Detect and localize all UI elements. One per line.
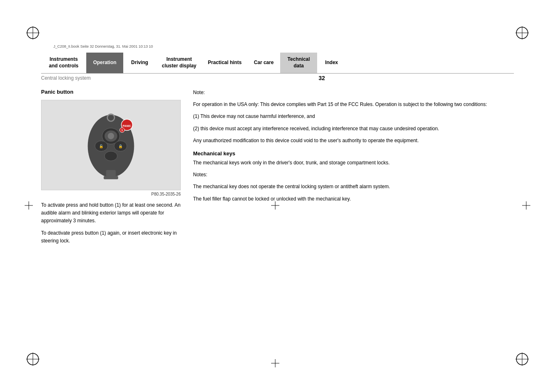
note-label: Note:: [193, 89, 514, 97]
nav-instruments[interactable]: Instruments and controls: [41, 53, 86, 73]
nav-bar: Instruments and controls Operation Drivi…: [41, 53, 514, 73]
nav-car-care[interactable]: Car care: [247, 53, 280, 73]
corner-mark-br: [514, 351, 530, 367]
mechanical-keys-title: Mechanical keys: [193, 150, 514, 157]
condition-1: (1) This device may not cause harmful in…: [193, 113, 514, 120]
crosshair-mid-right: [522, 201, 530, 210]
nav-index[interactable]: Index: [317, 53, 346, 73]
svg-rect-22: [104, 176, 118, 179]
warning-text: Any unauthorized modification to this de…: [193, 137, 514, 145]
mech-keys-body: The mechanical keys work only in the dri…: [193, 159, 514, 167]
corner-mark-tr: [514, 25, 530, 41]
svg-text:🔒: 🔒: [118, 144, 123, 149]
svg-point-27: [104, 151, 117, 161]
nav-instrument-cluster[interactable]: Instrument cluster display: [156, 53, 202, 73]
panic-button-title: Panic button: [41, 89, 181, 95]
crosshair-mid-left: [25, 201, 33, 210]
page-number: 32: [318, 75, 325, 81]
note-3: The fuel filler flap cannot be locked or…: [193, 195, 514, 203]
nav-technical-data[interactable]: Technical data: [280, 53, 317, 73]
condition-2: (2) this device must accept any interfer…: [193, 125, 514, 133]
image-caption: P80.35-2035-26: [41, 192, 181, 196]
section-row: Central locking system 32: [41, 73, 514, 85]
svg-text:1: 1: [121, 129, 123, 131]
corner-mark-tl: [25, 25, 41, 41]
two-column-layout: Panic button PANIC: [41, 89, 514, 367]
panic-body-text-1: To activate press and hold button (1) fo…: [41, 201, 181, 225]
key-image: PANIC 1 🔓 🔒: [41, 100, 181, 190]
left-column: Panic button PANIC: [41, 89, 181, 367]
panic-body-text-2: To deactivate press button (1) again, or…: [41, 229, 181, 245]
svg-text:PANIC: PANIC: [123, 125, 131, 127]
notes-label: Notes:: [193, 171, 514, 179]
nav-operation[interactable]: Operation: [86, 53, 123, 73]
note-text: For operation in the USA only: This devi…: [193, 101, 514, 108]
svg-text:🔓: 🔓: [99, 144, 104, 149]
nav-driving[interactable]: Driving: [123, 53, 156, 73]
corner-mark-bl: [25, 351, 41, 367]
nav-practical-hints[interactable]: Practical hints: [202, 53, 247, 73]
note-2: The mechanical key does not operate the …: [193, 183, 514, 191]
section-label: Central locking system: [41, 75, 91, 81]
svg-point-33: [108, 133, 114, 139]
file-info: J_C208_II.book Seite 32 Donnerstag, 31. …: [53, 44, 153, 48]
right-column: Note: For operation in the USA only: Thi…: [193, 89, 514, 367]
content-area: Central locking system 32 Panic button: [41, 73, 514, 367]
